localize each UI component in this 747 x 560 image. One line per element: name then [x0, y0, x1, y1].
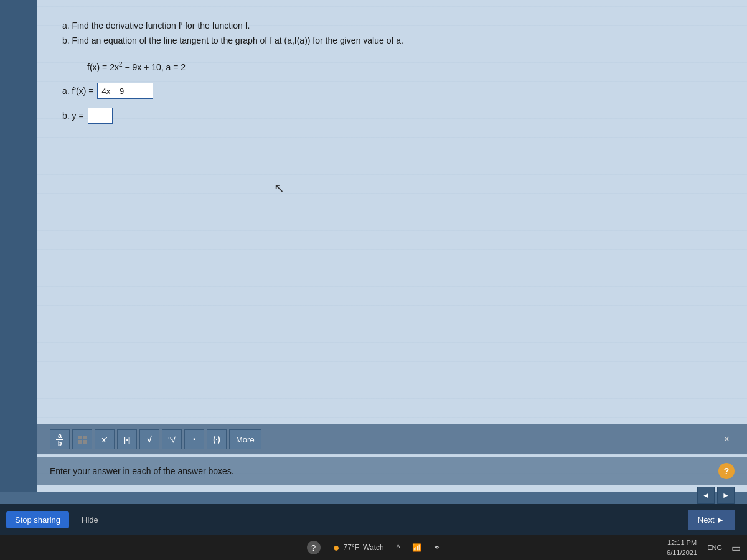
parens-button[interactable]: (·)	[207, 429, 227, 449]
left-sidebar	[0, 0, 37, 492]
function-label: f(x) = 2x	[87, 62, 119, 72]
toolbar-close-button[interactable]: ×	[719, 431, 735, 447]
navigation-arrows: ◄ ►	[697, 487, 735, 504]
abs-value-button[interactable]: |·|	[117, 429, 137, 449]
instruction-b: b. Find an equation of the line tangent …	[62, 34, 722, 49]
answer-a-box[interactable]: 4x − 9	[97, 83, 153, 99]
answer-b-input[interactable]	[88, 108, 113, 124]
answer-a-value: 4x − 9	[101, 86, 124, 96]
instruction-text: Enter your answer in each of the answer …	[50, 466, 234, 476]
instruction-bar: Enter your answer in each of the answer …	[37, 457, 747, 485]
taskbar: Stop sharing Hide Next ►	[0, 504, 747, 535]
answer-row-b: b. y =	[62, 108, 722, 124]
sqrt-button[interactable]: √	[139, 429, 159, 449]
back-arrow-icon: ◄	[702, 491, 710, 500]
nth-root-button[interactable]: n√	[162, 429, 182, 449]
tray-date-value: 6/11/2021	[667, 548, 697, 558]
help-button[interactable]: ?	[718, 463, 735, 479]
close-icon: ×	[724, 434, 730, 444]
hide-button[interactable]: Hide	[75, 511, 105, 528]
tray-question-icon[interactable]: ?	[307, 541, 321, 554]
main-content-area: a. Find the derivative function f′ for t…	[37, 0, 747, 492]
more-label: More	[236, 435, 255, 444]
tray-question: ?	[307, 541, 321, 554]
tray-caret[interactable]: ^	[397, 543, 400, 552]
matrix-button[interactable]	[72, 429, 92, 449]
sun-icon: ●	[333, 541, 340, 554]
nav-forward-button[interactable]: ►	[717, 487, 735, 504]
function-definition: f(x) = 2x2 − 9x + 10, a = 2	[87, 61, 722, 72]
tray-clock: 12:11 PM 6/11/2021	[667, 538, 697, 558]
tray-pen: ✒	[434, 543, 440, 552]
pen-icon: ✒	[434, 543, 440, 552]
nav-back-button[interactable]: ◄	[697, 487, 715, 504]
instruction-a: a. Find the derivative function f′ for t…	[62, 19, 722, 34]
stop-sharing-label: Stop sharing	[15, 515, 60, 525]
tray-desktop-button[interactable]: ▭	[731, 542, 741, 554]
next-button[interactable]: Next ►	[688, 510, 735, 530]
tray-weather: ● 77°F Watch	[333, 541, 384, 554]
superscript-button[interactable]: x·	[95, 429, 115, 449]
cursor: ↖	[274, 180, 284, 195]
problem-instructions: a. Find the derivative function f′ for t…	[62, 19, 722, 49]
fraction-button[interactable]: a b	[50, 429, 70, 449]
answer-row-a: a. f′(x) = 4x − 9	[62, 83, 722, 99]
hide-label: Hide	[82, 515, 98, 525]
dot-button[interactable]: ·	[184, 429, 204, 449]
system-tray: ? ● 77°F Watch ^ 📶 ✒ 12:11 PM 6/11/2021 …	[0, 535, 747, 560]
caret-up-icon: ^	[397, 543, 400, 552]
answer-a-label: a. f′(x) =	[62, 86, 93, 96]
tray-watch-label: Watch	[363, 543, 384, 552]
forward-arrow-icon: ►	[722, 491, 730, 500]
answer-b-label: b. y =	[62, 111, 84, 121]
tray-temperature: 77°F	[344, 543, 359, 552]
tray-wifi: 📶	[412, 543, 421, 552]
tray-time-value: 12:11 PM	[667, 538, 697, 548]
tray-language[interactable]: ENG	[707, 544, 722, 551]
function-rest: − 9x + 10, a = 2	[123, 62, 186, 72]
math-toolbar: a b x· |·| √ n√ · (·) More ×	[37, 424, 747, 454]
more-button[interactable]: More	[229, 429, 261, 449]
help-label: ?	[724, 466, 730, 476]
stop-sharing-button[interactable]: Stop sharing	[6, 511, 69, 528]
wifi-icon: 📶	[412, 543, 421, 552]
next-label: Next ►	[698, 515, 725, 525]
